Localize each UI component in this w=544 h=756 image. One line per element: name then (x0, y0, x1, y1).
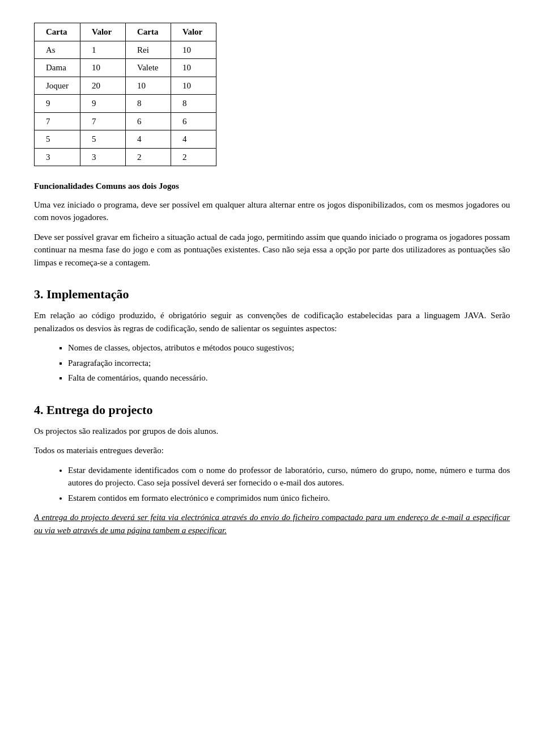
table-cell: 10 (171, 41, 216, 59)
table-cell: 10 (171, 77, 216, 95)
table-row: 3322 (35, 148, 216, 166)
table-cell: Rei (126, 41, 171, 59)
funcionalidades-para2: Deve ser possível gravar em ficheiro a s… (34, 231, 510, 269)
table-header-cell: Valor (80, 23, 126, 41)
table-cell: Joquer (35, 77, 80, 95)
table-cell: 9 (35, 95, 80, 113)
table-cell: Valete (126, 59, 171, 77)
table-header-cell: Carta (126, 23, 171, 41)
section3-bullet-list: Nomes de classes, objectos, atributos e … (68, 341, 510, 385)
funcionalidades-heading: Funcionalidades Comuns aos dois Jogos (34, 180, 510, 193)
table-row: 9988 (35, 95, 216, 113)
section3-para1: Em relação ao código produzido, é obriga… (34, 309, 510, 335)
section4-number: 4. (34, 403, 44, 417)
table-row: Joquer201010 (35, 77, 216, 95)
section4-title-text: Entrega do projecto (46, 403, 152, 417)
table-cell: 2 (171, 148, 216, 166)
table-row: Dama10Valete10 (35, 59, 216, 77)
table-header-cell: Carta (35, 23, 80, 41)
table-row: 7766 (35, 112, 216, 130)
table-cell: 10 (171, 59, 216, 77)
table-cell: 9 (80, 95, 126, 113)
table-cell: 3 (80, 148, 126, 166)
table-cell: 3 (35, 148, 80, 166)
section4-para3: A entrega do projecto deverá ser feita v… (34, 511, 510, 537)
list-item: Falta de comentários, quando necessário. (68, 371, 510, 385)
section4-bullet-list: Estar devidamente identificados com o no… (68, 464, 510, 505)
table-row: 5544 (35, 130, 216, 149)
table-cell: 8 (126, 95, 171, 113)
table-cell: As (35, 41, 80, 59)
table-cell: 6 (171, 112, 216, 130)
table-cell: 20 (80, 77, 126, 95)
table-cell: 1 (80, 41, 126, 59)
table-cell: 5 (80, 130, 126, 149)
table-cell: 10 (80, 59, 126, 77)
list-item: Nomes de classes, objectos, atributos e … (68, 341, 510, 354)
section4-para1: Os projectos são realizados por grupos d… (34, 425, 510, 438)
table-cell: 5 (35, 130, 80, 149)
table-cell: 6 (126, 112, 171, 130)
table-cell: 4 (126, 130, 171, 149)
table-cell: Dama (35, 59, 80, 77)
section3-title: 3. Implementação (34, 285, 510, 303)
card-values-table: CartaValorCartaValorAs1Rei10Dama10Valete… (34, 23, 216, 166)
table-cell: 4 (171, 130, 216, 149)
list-item: Paragrafação incorrecta; (68, 357, 510, 370)
section4-title: 4. Entrega do projecto (34, 400, 510, 419)
table-cell: 2 (126, 148, 171, 166)
table-cell: 7 (80, 112, 126, 130)
table-row: As1Rei10 (35, 41, 216, 59)
table-header-cell: Valor (171, 23, 216, 41)
section4-para2: Todos os materiais entregues deverão: (34, 444, 510, 457)
funcionalidades-para1: Uma vez iniciado o programa, deve ser po… (34, 198, 510, 224)
list-item: Estar devidamente identificados com o no… (68, 464, 510, 489)
table-cell: 7 (35, 112, 80, 130)
table-cell: 8 (171, 95, 216, 113)
list-item: Estarem contidos em formato electrónico … (68, 492, 510, 505)
table-cell: 10 (126, 77, 171, 95)
section3-number: 3. (34, 287, 44, 301)
section3-title-text: Implementação (46, 287, 129, 301)
